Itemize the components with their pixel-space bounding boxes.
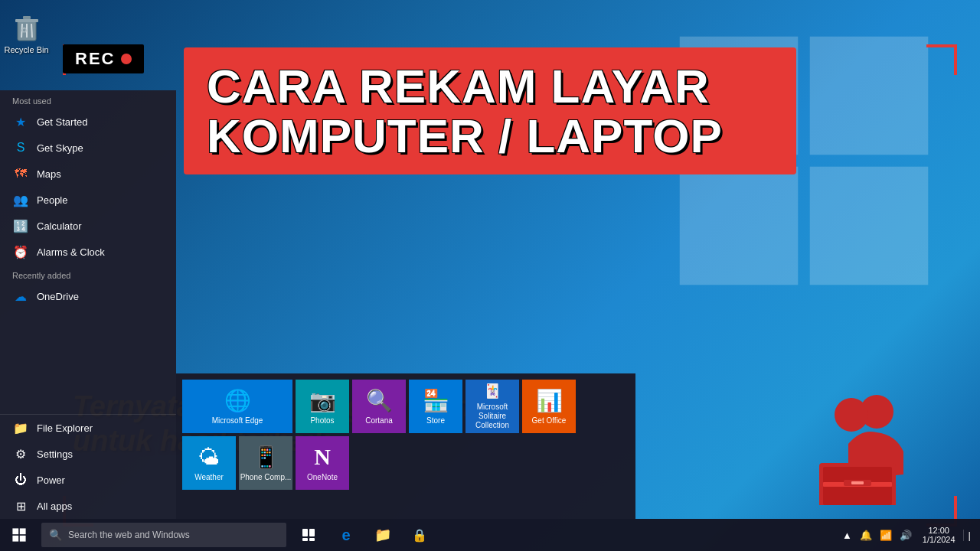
power-icon: ⏻ (12, 471, 29, 488)
tile-label: Weather (194, 473, 224, 482)
svg-rect-24 (302, 538, 308, 541)
menu-item-get-started[interactable]: ★ Get Started (0, 109, 176, 135)
menu-item-label: Power (37, 474, 65, 486)
svg-text:♻: ♻ (21, 26, 28, 34)
menu-item-file-explorer[interactable]: 📁 File Explorer (0, 415, 176, 441)
menu-item-label: File Explorer (37, 422, 93, 434)
show-desktop-btn[interactable]: | (963, 530, 974, 541)
start-menu: Most used ★ Get Started S Get Skype 🗺 Ma… (0, 90, 176, 519)
svg-rect-17 (851, 481, 864, 484)
rec-label: REC (75, 49, 115, 69)
svg-line-9 (31, 24, 32, 37)
svg-rect-21 (20, 536, 26, 542)
tiles-area: 🌐 Microsoft Edge 📷 Photos 🔍 Cortana 🏪 St… (176, 373, 635, 519)
tile-onenote[interactable]: N OneNote (296, 436, 349, 490)
tile-label: OneNote (307, 473, 338, 482)
start-button[interactable] (0, 519, 38, 551)
tile-store[interactable]: 🏪 Store (409, 380, 462, 433)
menu-item-power[interactable]: ⏻ Power (0, 467, 176, 493)
menu-item-calculator[interactable]: 🔢 Calculator (0, 213, 176, 239)
menu-bottom: 📁 File Explorer ⚙ Settings ⏻ Power ⊞ All… (0, 414, 176, 519)
people-icon: 👥 (12, 191, 29, 208)
cortana-icon: 🔍 (366, 388, 393, 413)
all-apps-icon: ⊞ (12, 497, 29, 514)
weather-icon: 🌤 (198, 445, 220, 470)
svg-rect-5 (15, 19, 38, 22)
tile-get-office[interactable]: 📊 Get Office (522, 380, 576, 433)
svg-rect-25 (309, 538, 315, 541)
edge-icon: 🌐 (224, 388, 251, 413)
menu-item-label: Maps (37, 168, 61, 180)
menu-item-label: All apps (37, 500, 72, 512)
calculator-icon: 🔢 (12, 217, 29, 234)
rec-indicator: REC (63, 44, 144, 73)
menu-item-label: OneDrive (37, 291, 79, 302)
most-used-label: Most used (0, 90, 176, 109)
menu-item-label: Get Skype (37, 142, 83, 154)
taskbar-edge-icon[interactable]: e (329, 519, 363, 551)
tile-photos[interactable]: 📷 Photos (296, 380, 349, 433)
phone-icon: 📱 (253, 445, 279, 470)
menu-item-settings[interactable]: ⚙ Settings (0, 441, 176, 467)
tile-phone-companion[interactable]: 📱 Phone Comp... (239, 436, 292, 490)
alarms-icon: ⏰ (12, 243, 29, 260)
taskbar-clock[interactable]: 12:00 1/1/2024 (916, 526, 962, 544)
taskbar-system-tray: ▲ 🔔 📶 🔊 12:00 1/1/2024 | (839, 526, 980, 544)
menu-item-all-apps[interactable]: ⊞ All apps (0, 493, 176, 519)
store-icon: 🏪 (423, 388, 449, 413)
menu-item-onedrive[interactable]: ☁ OneDrive (0, 283, 176, 309)
menu-item-label: People (37, 194, 67, 206)
tile-solitaire[interactable]: 🃏 Microsoft Solitaire Collection (466, 380, 519, 433)
onenote-icon: N (314, 444, 331, 470)
svg-rect-20 (12, 536, 18, 542)
svg-rect-0 (680, 37, 799, 155)
svg-rect-19 (20, 528, 26, 534)
tray-volume-icon[interactable]: 🔊 (897, 530, 915, 541)
recording-corner-tr (926, 44, 957, 75)
tray-wifi-icon[interactable]: 📶 (877, 530, 895, 541)
taskbar-search-box[interactable]: 🔍 Search the web and Windows (41, 523, 286, 547)
solitaire-icon: 🃏 (484, 383, 501, 399)
svg-rect-3 (810, 167, 929, 285)
tile-cortana[interactable]: 🔍 Cortana (352, 380, 406, 433)
get-started-icon: ★ (12, 113, 29, 130)
tile-label: Store (426, 416, 445, 425)
tiles-row-2: 🌤 Weather 📱 Phone Comp... N OneNote (182, 436, 629, 490)
person-laptop-icon (796, 383, 919, 505)
tile-label: Phone Comp... (240, 473, 292, 482)
svg-rect-23 (309, 529, 315, 536)
menu-item-get-skype[interactable]: S Get Skype (0, 135, 176, 161)
taskbar-lock-icon[interactable]: 🔒 (403, 519, 436, 551)
taskbar-task-view[interactable] (292, 519, 326, 551)
menu-item-maps[interactable]: 🗺 Maps (0, 161, 176, 187)
svg-rect-18 (12, 528, 18, 534)
tile-label: Photos (310, 416, 334, 425)
svg-rect-2 (680, 167, 799, 285)
settings-icon: ⚙ (12, 445, 29, 462)
taskbar: 🔍 Search the web and Windows e 📁 🔒 ▲ 🔔 📶… (0, 519, 980, 551)
menu-item-label: Get Started (37, 116, 87, 128)
tile-label: Microsoft Solitaire Collection (466, 403, 519, 430)
tile-label: Microsoft Edge (212, 416, 263, 425)
recycle-bin-label: Recycle Bin (4, 45, 48, 54)
photos-icon: 📷 (309, 388, 336, 413)
tray-up-arrow[interactable]: ▲ (839, 530, 855, 541)
taskbar-explorer-icon[interactable]: 📁 (366, 519, 400, 551)
skype-icon: S (12, 139, 29, 156)
menu-item-people[interactable]: 👥 People (0, 187, 176, 213)
tile-weather[interactable]: 🌤 Weather (182, 436, 236, 490)
recycle-bin-icon[interactable]: ♻ Recycle Bin (0, 1, 53, 65)
svg-point-12 (835, 398, 868, 432)
tile-label: Get Office (532, 416, 567, 425)
rec-dot (121, 54, 132, 64)
tile-microsoft-edge[interactable]: 🌐 Microsoft Edge (182, 380, 292, 433)
menu-item-label: Alarms & Clock (37, 246, 105, 258)
tray-network-icon[interactable]: 🔔 (857, 530, 875, 541)
taskbar-pinned-icons: e 📁 🔒 (292, 519, 436, 551)
tile-label: Cortana (365, 416, 393, 425)
menu-item-alarms[interactable]: ⏰ Alarms & Clock (0, 239, 176, 265)
windows-logo-bg (674, 31, 934, 294)
svg-rect-1 (810, 37, 929, 155)
taskbar-search-text: Search the web and Windows (68, 530, 190, 540)
tiles-row-1: 🌐 Microsoft Edge 📷 Photos 🔍 Cortana 🏪 St… (182, 380, 629, 433)
